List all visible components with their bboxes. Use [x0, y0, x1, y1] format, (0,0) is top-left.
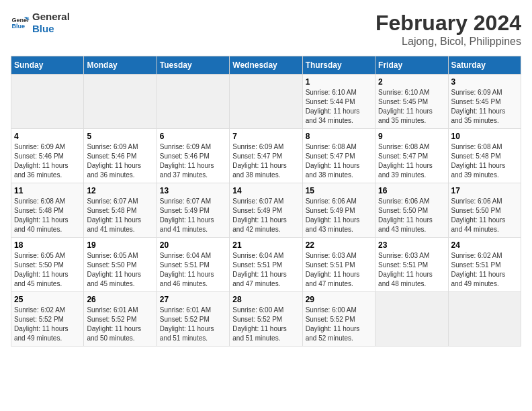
day-info: Sunrise: 6:10 AM Sunset: 5:44 PM Dayligh… [306, 88, 372, 126]
day-info: Sunrise: 6:09 AM Sunset: 5:47 PM Dayligh… [232, 142, 299, 180]
day-number: 21 [232, 240, 299, 250]
header-cell-thursday: Thursday [302, 56, 375, 75]
week-row-4: 18Sunrise: 6:05 AM Sunset: 5:50 PM Dayli… [11, 238, 521, 292]
day-info: Sunrise: 6:09 AM Sunset: 5:46 PM Dayligh… [160, 142, 226, 180]
day-info: Sunrise: 6:07 AM Sunset: 5:49 PM Dayligh… [232, 197, 299, 234]
day-info: Sunrise: 6:05 AM Sunset: 5:50 PM Dayligh… [14, 251, 81, 289]
day-number: 28 [232, 295, 299, 304]
day-cell: 5Sunrise: 6:09 AM Sunset: 5:46 PM Daylig… [84, 129, 157, 183]
day-cell: 14Sunrise: 6:07 AM Sunset: 5:49 PM Dayli… [230, 183, 302, 238]
day-cell: 9Sunrise: 6:08 AM Sunset: 5:47 PM Daylig… [375, 129, 448, 183]
day-cell: 26Sunrise: 6:01 AM Sunset: 5:52 PM Dayli… [84, 292, 157, 347]
logo-text-general: General [32, 11, 70, 23]
logo: General Blue General Blue [11, 11, 70, 35]
day-info: Sunrise: 6:00 AM Sunset: 5:52 PM Dayligh… [306, 306, 372, 343]
day-cell: 15Sunrise: 6:06 AM Sunset: 5:49 PM Dayli… [302, 183, 375, 238]
day-info: Sunrise: 6:09 AM Sunset: 5:46 PM Dayligh… [14, 142, 81, 180]
day-info: Sunrise: 6:07 AM Sunset: 5:49 PM Dayligh… [160, 197, 226, 234]
day-cell [157, 75, 229, 129]
day-cell: 18Sunrise: 6:05 AM Sunset: 5:50 PM Dayli… [11, 238, 84, 292]
day-info: Sunrise: 6:10 AM Sunset: 5:45 PM Dayligh… [378, 88, 445, 126]
day-number: 5 [87, 132, 153, 141]
day-cell: 11Sunrise: 6:08 AM Sunset: 5:48 PM Dayli… [11, 183, 84, 238]
day-number: 25 [14, 295, 81, 304]
day-number: 1 [306, 77, 372, 87]
day-info: Sunrise: 6:04 AM Sunset: 5:51 PM Dayligh… [232, 251, 299, 289]
day-cell [448, 292, 521, 347]
header-cell-friday: Friday [375, 56, 448, 75]
header-cell-sunday: Sunday [11, 56, 84, 75]
day-number: 10 [451, 132, 518, 141]
day-cell: 19Sunrise: 6:05 AM Sunset: 5:50 PM Dayli… [84, 238, 157, 292]
calendar-table: SundayMondayTuesdayWednesdayThursdayFrid… [11, 56, 521, 347]
header-cell-saturday: Saturday [448, 56, 521, 75]
day-cell: 28Sunrise: 6:00 AM Sunset: 5:52 PM Dayli… [230, 292, 302, 347]
header-cell-tuesday: Tuesday [157, 56, 229, 75]
day-info: Sunrise: 6:00 AM Sunset: 5:52 PM Dayligh… [232, 306, 299, 343]
day-info: Sunrise: 6:06 AM Sunset: 5:50 PM Dayligh… [378, 197, 445, 234]
day-cell: 27Sunrise: 6:01 AM Sunset: 5:52 PM Dayli… [157, 292, 229, 347]
day-cell: 1Sunrise: 6:10 AM Sunset: 5:44 PM Daylig… [302, 75, 375, 129]
day-number: 4 [14, 132, 81, 141]
day-cell: 20Sunrise: 6:04 AM Sunset: 5:51 PM Dayli… [157, 238, 229, 292]
day-number: 2 [378, 77, 445, 87]
day-number: 24 [451, 240, 518, 250]
day-number: 15 [306, 186, 372, 195]
day-number: 22 [306, 240, 372, 250]
day-info: Sunrise: 6:04 AM Sunset: 5:51 PM Dayligh… [160, 251, 226, 289]
day-info: Sunrise: 6:06 AM Sunset: 5:49 PM Dayligh… [306, 197, 372, 234]
day-number: 13 [160, 186, 226, 195]
day-info: Sunrise: 6:08 AM Sunset: 5:47 PM Dayligh… [306, 142, 372, 180]
day-number: 7 [232, 132, 299, 141]
day-number: 8 [306, 132, 372, 141]
main-title: February 2024 [375, 11, 521, 36]
header-row: SundayMondayTuesdayWednesdayThursdayFrid… [11, 56, 521, 75]
day-info: Sunrise: 6:05 AM Sunset: 5:50 PM Dayligh… [87, 251, 153, 289]
day-cell [375, 292, 448, 347]
day-number: 23 [378, 240, 445, 250]
day-info: Sunrise: 6:03 AM Sunset: 5:51 PM Dayligh… [306, 251, 372, 289]
header-cell-wednesday: Wednesday [230, 56, 302, 75]
svg-text:Blue: Blue [11, 23, 25, 30]
day-cell [230, 75, 302, 129]
day-number: 27 [160, 295, 226, 304]
day-number: 16 [378, 186, 445, 195]
week-row-5: 25Sunrise: 6:02 AM Sunset: 5:52 PM Dayli… [11, 292, 521, 347]
day-cell: 13Sunrise: 6:07 AM Sunset: 5:49 PM Dayli… [157, 183, 229, 238]
day-number: 12 [87, 186, 153, 195]
day-cell: 3Sunrise: 6:09 AM Sunset: 5:45 PM Daylig… [448, 75, 521, 129]
day-cell [84, 75, 157, 129]
day-cell: 29Sunrise: 6:00 AM Sunset: 5:52 PM Dayli… [302, 292, 375, 347]
day-number: 29 [306, 295, 372, 304]
day-number: 20 [160, 240, 226, 250]
day-number: 17 [451, 186, 518, 195]
header-cell-monday: Monday [84, 56, 157, 75]
day-info: Sunrise: 6:08 AM Sunset: 5:48 PM Dayligh… [451, 142, 518, 180]
day-info: Sunrise: 6:09 AM Sunset: 5:45 PM Dayligh… [451, 88, 518, 126]
day-cell: 8Sunrise: 6:08 AM Sunset: 5:47 PM Daylig… [302, 129, 375, 183]
day-info: Sunrise: 6:08 AM Sunset: 5:47 PM Dayligh… [378, 142, 445, 180]
day-number: 6 [160, 132, 226, 141]
day-info: Sunrise: 6:01 AM Sunset: 5:52 PM Dayligh… [87, 306, 153, 343]
logo-text-blue: Blue [32, 23, 70, 35]
day-cell: 16Sunrise: 6:06 AM Sunset: 5:50 PM Dayli… [375, 183, 448, 238]
day-info: Sunrise: 6:01 AM Sunset: 5:52 PM Dayligh… [160, 306, 226, 343]
day-number: 3 [451, 77, 518, 87]
day-info: Sunrise: 6:07 AM Sunset: 5:48 PM Dayligh… [87, 197, 153, 234]
day-info: Sunrise: 6:02 AM Sunset: 5:51 PM Dayligh… [451, 251, 518, 289]
day-number: 18 [14, 240, 81, 250]
day-cell: 4Sunrise: 6:09 AM Sunset: 5:46 PM Daylig… [11, 129, 84, 183]
day-cell: 6Sunrise: 6:09 AM Sunset: 5:46 PM Daylig… [157, 129, 229, 183]
day-cell: 12Sunrise: 6:07 AM Sunset: 5:48 PM Dayli… [84, 183, 157, 238]
day-cell: 24Sunrise: 6:02 AM Sunset: 5:51 PM Dayli… [448, 238, 521, 292]
day-cell: 25Sunrise: 6:02 AM Sunset: 5:52 PM Dayli… [11, 292, 84, 347]
day-cell: 7Sunrise: 6:09 AM Sunset: 5:47 PM Daylig… [230, 129, 302, 183]
day-number: 11 [14, 186, 81, 195]
day-info: Sunrise: 6:06 AM Sunset: 5:50 PM Dayligh… [451, 197, 518, 234]
day-number: 26 [87, 295, 153, 304]
week-row-3: 11Sunrise: 6:08 AM Sunset: 5:48 PM Dayli… [11, 183, 521, 238]
day-number: 14 [232, 186, 299, 195]
day-cell: 23Sunrise: 6:03 AM Sunset: 5:51 PM Dayli… [375, 238, 448, 292]
day-info: Sunrise: 6:03 AM Sunset: 5:51 PM Dayligh… [378, 251, 445, 289]
day-number: 9 [378, 132, 445, 141]
